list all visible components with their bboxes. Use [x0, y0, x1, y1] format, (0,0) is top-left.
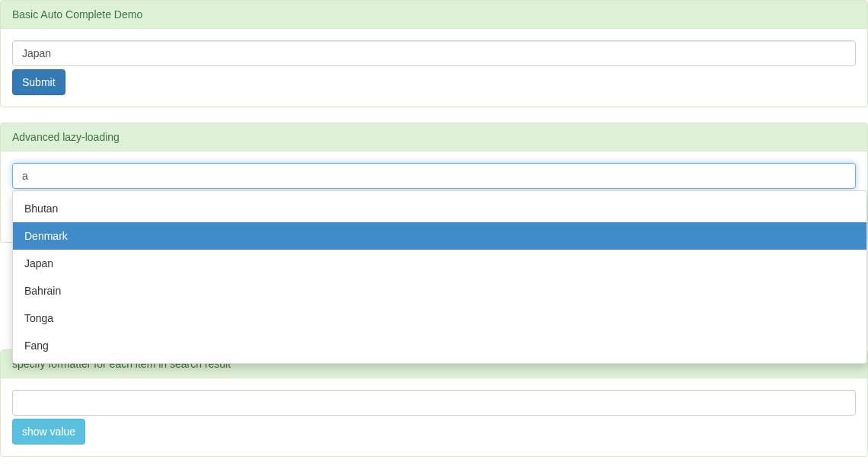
show-value-button[interactable]: show value	[12, 419, 85, 445]
autocomplete-option[interactable]: Bhutan	[13, 195, 866, 222]
panel-basic-autocomplete: Basic Auto Complete Demo Submit	[0, 0, 868, 107]
panel-basic-body: Submit	[1, 29, 867, 107]
advanced-autocomplete-input[interactable]	[12, 163, 856, 189]
autocomplete-option[interactable]: Denmark	[13, 222, 866, 250]
autocomplete-option[interactable]: Tonga	[13, 304, 866, 332]
autocomplete-option[interactable]: Fang	[13, 332, 866, 359]
panel-formatter: specify formatter for each item in searc…	[0, 349, 868, 457]
panel-formatter-body: show value	[1, 378, 867, 456]
panel-basic-title: Basic Auto Complete Demo	[1, 1, 867, 29]
autocomplete-option[interactable]: Bahrain	[13, 277, 866, 304]
basic-autocomplete-input[interactable]	[12, 40, 856, 66]
formatter-autocomplete-input[interactable]	[12, 390, 856, 416]
panel-advanced-body: BhutanDenmarkJapanBahrainTongaFang	[1, 151, 867, 242]
panel-advanced-lazy: Advanced lazy-loading BhutanDenmarkJapan…	[0, 123, 868, 243]
autocomplete-option[interactable]: Japan	[13, 250, 866, 277]
panel-advanced-title: Advanced lazy-loading	[1, 123, 867, 151]
submit-button[interactable]: Submit	[12, 69, 65, 95]
autocomplete-dropdown: BhutanDenmarkJapanBahrainTongaFang	[12, 190, 867, 364]
